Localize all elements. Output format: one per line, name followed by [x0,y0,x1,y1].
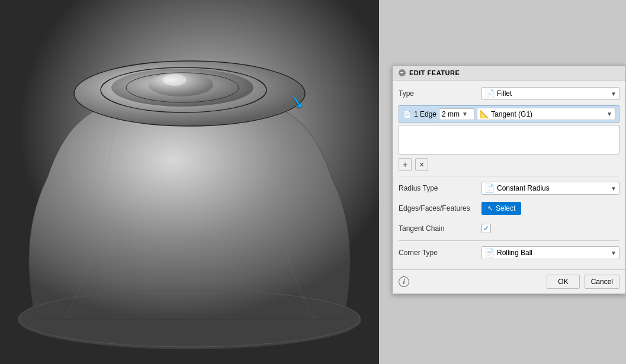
type-row: Type 📄 Fillet ▼ [399,85,619,102]
radius-type-control: 📄 Constant Radius ▼ [481,182,619,195]
tangent-chain-control: ✓ [481,224,619,233]
radius-type-label: Radius Type [399,184,481,192]
radius-type-row: Radius Type 📄 Constant Radius ▼ [399,180,619,197]
panel-title: EDIT FEATURE [409,69,460,76]
size-dropdown[interactable]: 2 mm ▼ [439,108,474,120]
3d-viewport[interactable]: ↘ [0,0,379,364]
corner-dropdown-icon: 📄 [484,248,495,257]
collapse-label: − [400,70,404,76]
info-icon: i [399,276,409,287]
divider-2 [399,240,619,241]
select-cursor-icon: ↖ [487,204,493,212]
radius-dropdown-icon: 📄 [484,183,495,193]
tangent-icon: 📐 [480,109,489,118]
tangent-chain-checkbox[interactable]: ✓ [481,224,491,233]
add-remove-row: + × [399,157,619,171]
edges-label: Edges/Faces/Features [399,204,481,212]
edge-area [399,125,619,154]
type-dropdown[interactable]: 📄 Fillet ▼ [481,87,619,100]
type-dropdown-arrow: ▼ [611,91,617,97]
collapse-icon[interactable]: − [399,69,406,76]
tangent-chain-label: Tangent Chain [399,224,481,233]
select-button[interactable]: ↖ Select [481,202,521,215]
svg-point-7 [163,74,187,86]
radius-type-value: Constant Radius [497,184,550,192]
info-label: i [403,278,405,285]
tangent-value: Tangent (G1) [491,110,532,118]
corner-type-label: Corner Type [399,249,481,257]
tangent-chain-row: Tangent Chain ✓ [399,220,619,237]
select-label: Select [496,204,515,212]
edge-icon: 📄 [403,110,412,118]
type-control: 📄 Fillet ▼ [481,87,619,100]
panel-header: − EDIT FEATURE [393,66,625,80]
corner-type-control: 📄 Rolling Ball ▼ [481,246,619,259]
radius-dropdown-arrow: ▼ [611,185,617,192]
type-dropdown-icon: 📄 [484,89,495,98]
divider-1 [399,176,619,176]
type-label: Type [399,89,481,98]
edge-row[interactable]: 📄 1 Edge 2 mm ▼ 📐 Tangent (G1) ▼ [399,105,619,123]
radius-type-dropdown[interactable]: 📄 Constant Radius ▼ [481,182,619,195]
tangent-dropdown[interactable]: 📐 Tangent (G1) ▼ [477,108,615,120]
ok-button[interactable]: OK [547,275,579,289]
tangent-arrow: ▼ [606,111,612,117]
size-arrow: ▼ [462,111,468,117]
edges-row: Edges/Faces/Features ↖ Select [399,200,619,217]
edges-control: ↖ Select [481,202,619,215]
panel-body: Type 📄 Fillet ▼ 📄 1 Edge 2 mm ▼ 📐 Tangen… [393,80,625,269]
remove-button[interactable]: × [415,158,428,171]
edit-feature-panel: − EDIT FEATURE Type 📄 Fillet ▼ 📄 1 Edge … [392,65,626,294]
add-button[interactable]: + [399,158,412,171]
type-dropdown-value: Fillet [497,89,512,98]
size-value: 2 mm [442,110,460,118]
corner-type-row: Corner Type 📄 Rolling Ball ▼ [399,244,619,261]
corner-type-dropdown[interactable]: 📄 Rolling Ball ▼ [481,246,619,259]
edge-label: 1 Edge [414,110,436,118]
cancel-button[interactable]: Cancel [585,275,619,289]
tangent-chain-checkbox-container[interactable]: ✓ [481,224,491,233]
corner-type-value: Rolling Ball [497,249,532,257]
corner-dropdown-arrow: ▼ [611,250,617,256]
footer-buttons: OK Cancel [547,275,619,289]
panel-footer: i OK Cancel [393,269,625,294]
